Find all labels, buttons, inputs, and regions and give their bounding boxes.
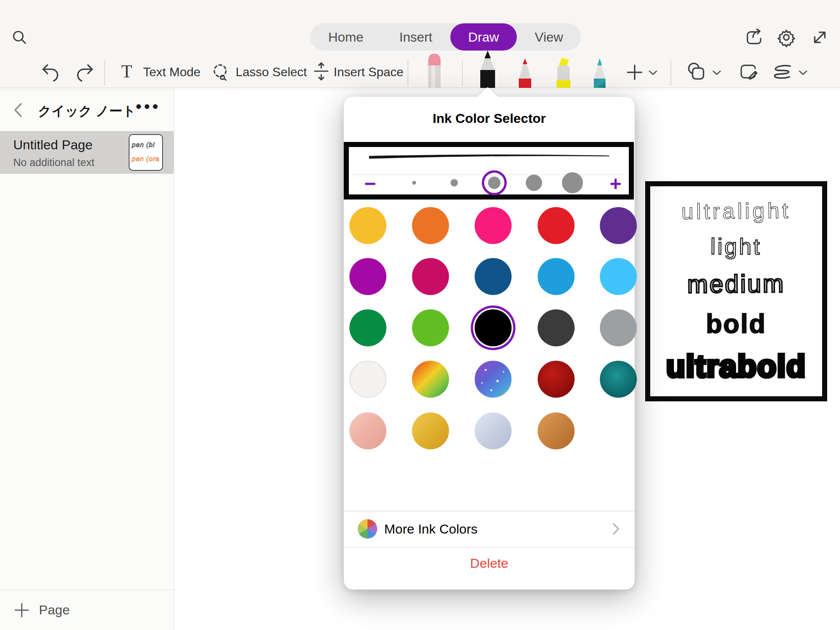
lasso-select-label[interactable]: Lasso Select: [236, 65, 307, 79]
size-dot-5[interactable]: [562, 172, 583, 193]
plus-icon: [13, 602, 30, 619]
settings-icon[interactable]: [775, 26, 797, 48]
thumbnail-ink-line: pen (bl: [132, 138, 160, 152]
search-icon[interactable]: [10, 28, 29, 47]
ink-color-swatch-violet[interactable]: [600, 207, 637, 244]
size-dot-3[interactable]: [488, 177, 500, 189]
ink-color-swatch-purple[interactable]: [350, 258, 387, 295]
ink-sample-ultrabold: ultrabold: [666, 348, 806, 384]
ink-color-swatch-gray[interactable]: [600, 310, 637, 346]
ink-color-swatch-teal-marble[interactable]: [600, 361, 637, 398]
stroke-width-section: − +: [344, 142, 634, 200]
tab-home[interactable]: Home: [310, 23, 382, 51]
ink-color-swatch-orange[interactable]: [412, 207, 449, 244]
toolbar-divider: [670, 60, 671, 86]
eraser[interactable]: [423, 52, 446, 89]
ink-color-swatch-rose-gold[interactable]: [350, 413, 387, 450]
size-dot-4[interactable]: [526, 175, 542, 191]
ink-sample-bold: bold: [706, 308, 766, 339]
page-title: Untitled Page: [13, 137, 93, 152]
thumbnail-ink-line: pen (ora: [132, 152, 160, 166]
text-mode-label[interactable]: Text Mode: [143, 65, 201, 79]
color-wheel-icon: [358, 519, 377, 539]
page-list-item[interactable]: Untitled Page No additional text pen (bl…: [0, 131, 174, 174]
expand-icon[interactable]: [809, 26, 831, 48]
ink-annotate-icon[interactable]: [738, 61, 759, 82]
ink-color-swatch-pink[interactable]: [475, 207, 512, 244]
lasso-select-icon[interactable]: [210, 61, 231, 82]
stroke-size-selector: − +: [349, 175, 629, 194]
add-pen-icon[interactable]: [625, 63, 644, 82]
redo-icon[interactable]: [75, 62, 95, 82]
ink-color-swatch-green[interactable]: [350, 310, 387, 346]
ink-color-swatch-blue[interactable]: [538, 258, 575, 295]
ink-color-swatch-sky-blue[interactable]: [600, 258, 637, 295]
size-dot-2[interactable]: [451, 179, 458, 187]
chevron-right-icon: [612, 522, 620, 536]
add-page-button[interactable]: Page: [0, 590, 174, 630]
ink-color-swatch-galaxy[interactable]: [475, 361, 512, 398]
size-decrease-button[interactable]: −: [364, 173, 376, 194]
ink-sample-ultralight: ultralight: [681, 198, 791, 224]
ink-color-swatch-red[interactable]: [538, 207, 575, 244]
more-ink-colors-label: More Ink Colors: [384, 522, 478, 537]
popup-title: Ink Color Selector: [344, 111, 635, 126]
toolbar-divider: [462, 60, 463, 86]
tab-view[interactable]: View: [517, 23, 581, 51]
ink-color-swatch-lime-green[interactable]: [412, 310, 449, 346]
divider: [344, 547, 635, 548]
share-icon[interactable]: [742, 26, 764, 48]
insert-space-label[interactable]: Insert Space: [334, 65, 404, 79]
text-mode-icon[interactable]: T: [121, 61, 132, 82]
delete-pen-button[interactable]: Delete: [344, 556, 635, 571]
highlighter-yellow[interactable]: [553, 57, 574, 89]
tab-draw[interactable]: Draw: [450, 23, 517, 51]
pencil-teal[interactable]: [590, 57, 610, 89]
ink-color-swatch-red-marble[interactable]: [538, 361, 575, 398]
ink-color-swatch-silver[interactable]: [475, 413, 512, 450]
ink-sample-light: light: [710, 233, 762, 260]
top-toolbar-area: HomeInsertDrawView: [0, 0, 840, 88]
ink-color-swatch-dark-gray[interactable]: [538, 310, 575, 346]
ink-color-swatch-gold[interactable]: [412, 413, 449, 450]
ink-color-swatch-white[interactable]: [350, 361, 387, 398]
chevron-down-icon[interactable]: [798, 69, 808, 76]
chevron-down-icon[interactable]: [648, 69, 658, 76]
ink-stroke-icon[interactable]: [771, 63, 794, 82]
ink-color-selector-popup: Ink Color Selector − + More Ink Colors D…: [344, 97, 635, 590]
ink-color-swatch-navy-blue[interactable]: [475, 258, 512, 295]
more-ink-colors-row[interactable]: More Ink Colors: [344, 511, 635, 547]
size-dot-1[interactable]: [412, 181, 416, 185]
pen-black-selected[interactable]: [475, 50, 500, 89]
size-increase-button[interactable]: +: [610, 173, 621, 194]
ink-color-swatch-rainbow-glitter[interactable]: [412, 361, 449, 398]
chevron-down-icon[interactable]: [712, 69, 722, 76]
ink-weight-sample: ultralightlightmediumboldultrabold: [645, 181, 827, 401]
toolbar-divider: [104, 60, 105, 86]
ink-color-swatch-black[interactable]: [475, 310, 512, 346]
more-options-icon[interactable]: •••: [136, 97, 161, 116]
page-thumbnail: pen (blpen (ora: [129, 134, 163, 171]
ribbon-tabs: HomeInsertDrawView: [310, 23, 581, 51]
add-page-label: Page: [39, 602, 70, 618]
popup-anchor-caret: [477, 87, 499, 97]
ink-sample-medium: medium: [687, 269, 785, 299]
ink-color-swatch-yellow[interactable]: [350, 207, 387, 244]
shapes-icon[interactable]: [685, 61, 708, 83]
stroke-preview: [369, 153, 609, 163]
ink-color-swatch-raspberry[interactable]: [412, 258, 449, 295]
undo-icon[interactable]: [40, 62, 61, 82]
page-subtitle: No additional text: [13, 157, 94, 169]
ink-color-swatch-bronze[interactable]: [538, 413, 575, 450]
insert-space-icon[interactable]: [311, 61, 331, 82]
pen-red[interactable]: [515, 57, 535, 89]
tab-insert[interactable]: Insert: [382, 23, 450, 51]
onenote-app: HomeInsertDrawView: [0, 0, 840, 630]
toolbar-divider: [408, 60, 408, 86]
sidebar: クイック ノート ••• Untitled Page No additional…: [0, 88, 174, 630]
